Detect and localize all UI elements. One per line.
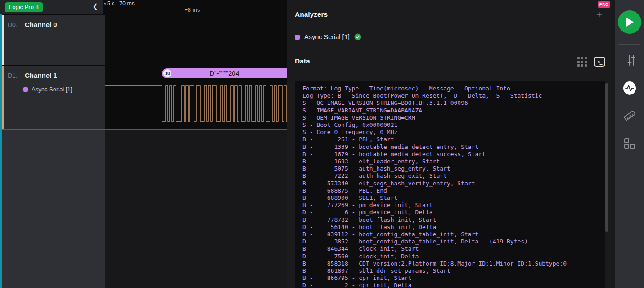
terminal-scrollbar[interactable] bbox=[605, 81, 608, 288]
sidebar-divider bbox=[618, 44, 640, 45]
analyzer-color-swatch bbox=[23, 87, 28, 92]
channel-0-name[interactable]: Channel 0 bbox=[25, 21, 57, 28]
terminal-line: B - 1339 - bootable_media_detect_entry, … bbox=[302, 144, 602, 151]
channel-1-id: D1. bbox=[8, 72, 18, 79]
terminal-line: B - 688900 - SBL1, Start bbox=[302, 194, 602, 202]
terminal-line: B - 5075 - auth_hash_seg_entry, Start bbox=[302, 165, 602, 172]
channel-0-color-tab[interactable] bbox=[2, 15, 4, 65]
terminal-line: S - IMAGE_VARIANT_STRING=DAABANAZA bbox=[302, 107, 602, 114]
table-view-icon[interactable] bbox=[576, 56, 588, 67]
capture-edge-strip bbox=[0, 14, 2, 288]
terminal-line: B - 7222 - auth_hash_seg_exit, Start bbox=[302, 172, 602, 180]
tool-sidebar bbox=[615, 0, 644, 288]
terminal-line: B - 688875 - PBL, End bbox=[302, 187, 602, 194]
app-version-badge[interactable]: Logic Pro 8 bbox=[5, 2, 43, 12]
terminal-line: B - 866795 - cpr_init, Start bbox=[302, 274, 602, 282]
terminal-line: B - 777269 - pm_device_init, Start bbox=[302, 202, 602, 209]
analyzer-chip-label: Async Serial [1] bbox=[32, 86, 72, 93]
analyzer-list-item[interactable]: Async Serial [1] bbox=[295, 33, 361, 40]
timeline-cursor-label: ◄ 5 s : 70 ms bbox=[103, 0, 135, 7]
terminal-line: B - 1679 - bootable_media_detect_success… bbox=[302, 151, 602, 158]
timeline-cursor-text: 5 s : 70 ms bbox=[107, 0, 135, 7]
play-icon bbox=[625, 17, 634, 27]
terminal-line: D - 6 - pm_device_init, Delta bbox=[302, 209, 602, 216]
terminal-line: B - 1693 - elf_loader_entry, Start bbox=[302, 158, 602, 165]
terminal-line: Log Type: B - Since Boot(Power On Reset)… bbox=[302, 92, 602, 99]
terminal-line: D - 3852 - boot_config_data_table_init, … bbox=[302, 238, 602, 245]
terminal-line: S - Core 0 Frequency, 0 MHz bbox=[302, 129, 602, 136]
start-capture-button[interactable] bbox=[618, 10, 641, 34]
decoded-frame-bubble[interactable]: 10 D''-'"""'204 bbox=[162, 68, 287, 78]
timeline-marker-icon: ◄ bbox=[103, 2, 106, 6]
terminal-view-icon[interactable]: >_ bbox=[594, 57, 605, 67]
terminal-line: D - 7560 - clock_init, Delta bbox=[302, 253, 602, 260]
channel-0-id: D0. bbox=[8, 21, 18, 28]
measurements-icon[interactable] bbox=[623, 109, 636, 122]
device-settings-icon[interactable] bbox=[623, 54, 636, 67]
terminal-line: B - 261 - PBL, Start bbox=[302, 136, 602, 143]
side-panel: Analyzers + Async Serial [1] Data bbox=[287, 0, 612, 288]
terminal-line: B - 861807 - sbl1_ddr_set_params, Start bbox=[302, 267, 602, 274]
terminal-line: D - 2 - cpr_init, Delta bbox=[302, 282, 602, 288]
collapse-panel-icon[interactable]: ❮ bbox=[92, 2, 98, 10]
terminal-output[interactable]: Format: Log Type - Time(microsec) - Mess… bbox=[295, 81, 608, 288]
decoded-frame-text: D''-'"""'204 bbox=[162, 70, 287, 77]
app-window: ◄ 5 s : 70 ms +8 ms 10 D''-'"""'204 Logi… bbox=[0, 0, 644, 288]
channel-1-color-tab[interactable] bbox=[2, 66, 4, 129]
terminal-line: B - 858318 - CDT version:2,Platform ID:8… bbox=[302, 260, 602, 267]
terminal-line: B - 846344 - clock_init, Start bbox=[302, 245, 602, 252]
terminal-scrollbar-thumb[interactable] bbox=[605, 83, 608, 232]
terminal-lines: Format: Log Type - Time(microsec) - Mess… bbox=[302, 85, 602, 288]
analyzers-section-title: Analyzers bbox=[295, 10, 328, 18]
terminal-line: Format: Log Type - Time(microsec) - Mess… bbox=[302, 85, 602, 92]
terminal-line: S - OEM_IMAGE_VERSION_STRING=CRM bbox=[302, 114, 602, 122]
channel-1-trace bbox=[103, 86, 287, 122]
channel-1-analyzer-chip[interactable]: Async Serial [1] bbox=[23, 86, 72, 93]
terminal-line: B - 839112 - boot_config_data_table_init… bbox=[302, 231, 602, 238]
terminal-line: B - 573340 - elf_segs_hash_verify_entry,… bbox=[302, 180, 602, 187]
terminal-line: S - QC_IMAGE_VERSION_STRING=BOOT.BF.3.1.… bbox=[302, 99, 602, 107]
frame-count-badge: 10 bbox=[163, 69, 171, 77]
pro-badge: PRO bbox=[598, 1, 610, 8]
terminal-line: D - 56140 - boot_flash_init, Delta bbox=[302, 224, 602, 231]
analyzer-color-swatch bbox=[295, 35, 300, 40]
timeline-offset-label: +8 ms bbox=[178, 7, 207, 13]
channel-1-panel[interactable]: D1. Channel 1 Async Serial [1] bbox=[2, 66, 105, 129]
data-view-switcher: >_ bbox=[576, 56, 605, 67]
analyzer-ok-check-icon bbox=[354, 33, 361, 40]
channel-1-name[interactable]: Channel 1 bbox=[25, 72, 57, 79]
analyzers-tab-icon[interactable] bbox=[623, 82, 636, 94]
extensions-icon[interactable] bbox=[623, 137, 636, 150]
analyzer-item-label: Async Serial [1] bbox=[304, 33, 350, 40]
channel-panel-background bbox=[2, 130, 105, 288]
channel-0-panel[interactable]: D0. Channel 0 bbox=[2, 15, 105, 65]
terminal-line: S - Boot Config, 0x00000021 bbox=[302, 122, 602, 129]
app-header: Logic Pro 8 ❮ bbox=[0, 0, 103, 14]
terminal-line: B - 778782 - boot_flash_init, Start bbox=[302, 216, 602, 224]
add-analyzer-button[interactable]: + bbox=[596, 9, 602, 20]
data-section-title: Data bbox=[295, 57, 310, 65]
